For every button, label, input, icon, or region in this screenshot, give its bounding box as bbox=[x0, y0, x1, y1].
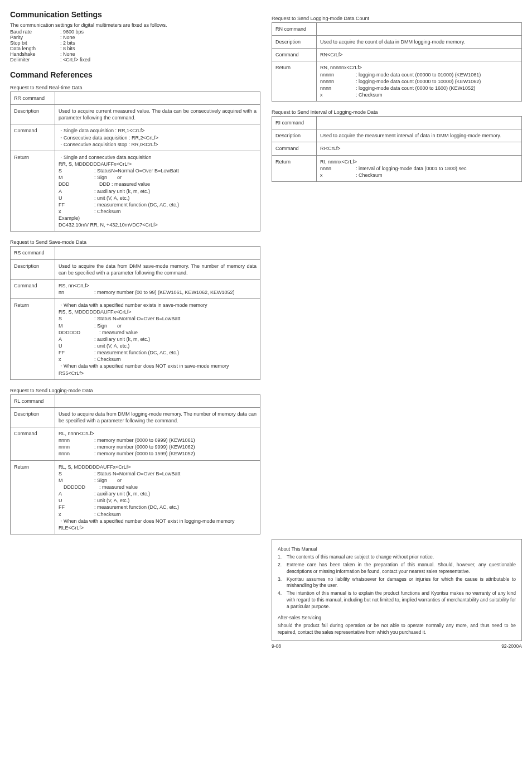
row-label: Description bbox=[11, 259, 55, 279]
content-line: RN, nnnnnx<CrLf> bbox=[320, 64, 518, 71]
row-label: Return bbox=[272, 155, 317, 181]
row-label: Description bbox=[11, 105, 55, 124]
def-key: U bbox=[59, 195, 94, 201]
about-item-text: The intention of this manual is to expla… bbox=[287, 590, 516, 610]
def-key: nnnn bbox=[320, 85, 356, 91]
content-line: DC432.10mV RR, N, +432.10mVDC7<CrLf> bbox=[59, 221, 257, 228]
kv-val: : 8 bits bbox=[60, 46, 75, 51]
row-content: ・When data with a specified number exist… bbox=[55, 299, 260, 380]
def-val: : auxiliary unit (k, m, etc.) bbox=[94, 336, 150, 343]
def-val: : measurement function (DC, AC, etc.) bbox=[94, 349, 179, 356]
table-row: Return・When data with a specified number… bbox=[11, 299, 260, 380]
empty-cell bbox=[317, 23, 522, 36]
empty-cell bbox=[317, 117, 522, 129]
table-row: CommandRN<CrLf> bbox=[272, 49, 522, 61]
about-item-num: 4. bbox=[278, 590, 287, 610]
def-val: : Status N=Normal O=Over B=LowBatt bbox=[94, 315, 180, 322]
comm-settings-heading: Communication Settings bbox=[10, 10, 260, 19]
def-key: nn bbox=[59, 289, 94, 296]
row-content: Used to acquire the measurement interval… bbox=[317, 129, 522, 142]
row-label: Return bbox=[11, 299, 55, 380]
content-line: RI, nnnnx<CrLf> bbox=[320, 158, 518, 165]
command-name-cell: RI command bbox=[272, 117, 317, 129]
content-line: ・Single data acquisition : RR,1<CrLf> bbox=[59, 127, 257, 134]
def-key: nnnn bbox=[59, 437, 94, 444]
def-val: : Sign or bbox=[94, 477, 122, 484]
def-key: nnnnn bbox=[320, 78, 356, 85]
content-line: ・When data with a specified number does … bbox=[59, 363, 257, 369]
def-row: DDDDDD : measured value bbox=[59, 329, 257, 336]
table-title: Request to Send Logging-mode Data Count bbox=[272, 16, 522, 21]
kv-val: : None bbox=[60, 35, 75, 40]
comm-settings-intro: The communication settings for digital m… bbox=[10, 22, 260, 28]
def-row: FF: measurement function (DC, AC, etc.) bbox=[59, 349, 257, 356]
def-row: nnnnn: logging-mode data count (00000 to… bbox=[320, 78, 518, 85]
table-row: DescriptionUsed to acquire the measureme… bbox=[272, 129, 522, 142]
def-key: A bbox=[59, 188, 94, 195]
def-val: : unit (V, A, etc.) bbox=[94, 497, 129, 504]
def-key: U bbox=[59, 497, 94, 504]
def-row: nnnn: interval of logging-mode data (000… bbox=[320, 165, 518, 172]
def-key: A bbox=[59, 490, 94, 497]
row-content: RS, nn<CrLf>nn: memory number (00 to 99)… bbox=[55, 279, 260, 298]
def-val: : measured value bbox=[94, 329, 138, 336]
kv-val: : 2 bits bbox=[60, 40, 75, 46]
footer-left: 9-08 bbox=[272, 643, 281, 649]
row-label: Description bbox=[272, 129, 317, 142]
def-key: x bbox=[59, 208, 94, 215]
def-key: S bbox=[59, 167, 94, 174]
def-row: nn: memory number (00 to 99) (KEW1061, K… bbox=[59, 289, 257, 296]
table-row: ReturnRN, nnnnnx<CrLf>nnnnn: logging-mod… bbox=[272, 61, 522, 102]
content-line: Example) bbox=[59, 215, 257, 221]
command-table: RI commandDescriptionUsed to acquire the… bbox=[272, 116, 522, 182]
def-row: A: auxiliary unit (k, m, etc.) bbox=[59, 336, 257, 343]
def-key: S bbox=[59, 315, 94, 322]
page-footer: 9-08 92-2000A bbox=[272, 643, 522, 649]
about-item-text: The contents of this manual are subject … bbox=[287, 554, 516, 561]
row-content: RL, nnnn<CrLf>nnnn: memory number (0000 … bbox=[55, 427, 260, 461]
right-tables: Request to Send Logging-mode Data CountR… bbox=[272, 16, 522, 182]
def-key: nnnn bbox=[59, 450, 94, 457]
kv-key: Baud rate bbox=[10, 29, 60, 35]
table-row: Command・Single data acquisition : RR,1<C… bbox=[11, 124, 260, 151]
def-key: DDD bbox=[59, 181, 94, 187]
row-content: Used to acquire the data from DMM save-m… bbox=[55, 259, 260, 279]
def-key: DDDDDD bbox=[59, 484, 94, 490]
def-key: S bbox=[59, 470, 94, 477]
comm-settings-list: Baud rate: 9600 bpsParity: NoneStop bit:… bbox=[10, 29, 260, 62]
row-label: Return bbox=[11, 151, 55, 232]
about-item-num: 1. bbox=[278, 554, 287, 561]
def-row: FF: measurement function (DC, AC, etc.) bbox=[59, 201, 257, 208]
def-val: : Checksum bbox=[356, 91, 383, 98]
about-box: About This Manual 1.The contents of this… bbox=[272, 539, 522, 641]
command-table: RR commandDescriptionUsed to acquire cur… bbox=[10, 91, 260, 232]
table-row: CommandRL, nnnn<CrLf>nnnn: memory number… bbox=[11, 427, 260, 461]
def-val: : auxiliary unit (k, m, etc.) bbox=[94, 188, 150, 195]
def-key: nnnn bbox=[59, 444, 94, 450]
table-row: DescriptionUsed to acquire data from DMM… bbox=[11, 407, 260, 427]
right-column: Request to Send Logging-mode Data CountR… bbox=[272, 10, 522, 649]
def-key: FF bbox=[59, 349, 94, 356]
content-line: Used to acquire the measurement interval… bbox=[320, 132, 518, 139]
row-label: Command bbox=[11, 279, 55, 298]
row-label: Description bbox=[11, 407, 55, 427]
def-val: : memory number (0000 to 9999) (KEW1062) bbox=[94, 444, 195, 450]
content-line: Used to acquire current measured value. … bbox=[59, 108, 257, 121]
row-content: RI, nnnnx<CrLf>nnnn: interval of logging… bbox=[317, 155, 522, 181]
def-key: M bbox=[59, 477, 94, 484]
def-val: : logging-mode data count (0000 to 1600)… bbox=[356, 85, 475, 91]
def-row: nnnn: memory number (0000 to 0999) (KEW1… bbox=[59, 437, 257, 444]
def-val: : logging-mode data count (00000 to 0100… bbox=[356, 71, 481, 78]
command-name-cell: RS command bbox=[11, 247, 55, 259]
about-title: About This Manual bbox=[278, 546, 516, 553]
def-row: M: Sign or bbox=[59, 322, 257, 329]
def-key: DDDDDD bbox=[59, 329, 94, 336]
content-line: Used to acquire data from DMM logging-mo… bbox=[59, 411, 257, 424]
content-line: ・When data with a specified number exist… bbox=[59, 302, 257, 309]
def-key: FF bbox=[59, 201, 94, 208]
def-row: nnnn: logging-mode data count (0000 to 1… bbox=[320, 85, 518, 91]
def-row: x: Checksum bbox=[59, 208, 257, 215]
empty-cell bbox=[55, 247, 260, 259]
empty-cell bbox=[55, 394, 260, 407]
table-row: Return・Single and consecutive data acqui… bbox=[11, 151, 260, 232]
